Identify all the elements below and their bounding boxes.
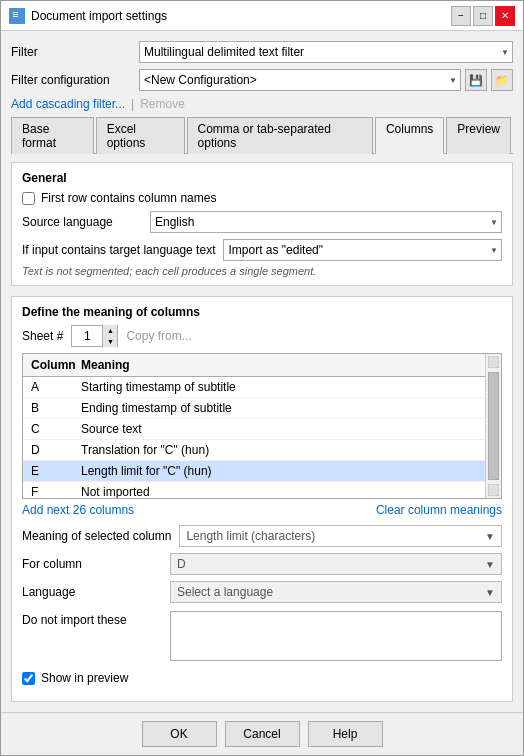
language-label: Language — [22, 585, 162, 599]
tab-base-format[interactable]: Base format — [11, 117, 94, 154]
language-arrow: ▼ — [485, 587, 495, 598]
show-preview-label: Show in preview — [41, 671, 128, 685]
tab-columns[interactable]: Columns — [375, 117, 444, 154]
toolbar-row: Add cascading filter... | Remove — [11, 97, 513, 111]
col-a: A — [23, 379, 73, 395]
remove-button: Remove — [140, 97, 185, 111]
filter-config-select[interactable]: <New Configuration> — [139, 69, 461, 91]
spinner-up[interactable]: ▲ — [103, 325, 117, 336]
tabs-row: Base format Excel options Comma or tab-s… — [11, 117, 513, 154]
copy-from-button: Copy from... — [126, 329, 191, 343]
table-scrollbar[interactable] — [485, 354, 501, 498]
open-config-button[interactable]: 📁 — [491, 69, 513, 91]
meaning-header: Meaning — [73, 356, 485, 374]
tab-excel-options[interactable]: Excel options — [96, 117, 185, 154]
save-config-button[interactable]: 💾 — [465, 69, 487, 91]
app-icon — [9, 8, 25, 24]
table-header: Column Meaning — [23, 354, 485, 377]
table-row[interactable]: D Translation for "C" (hun) — [23, 440, 485, 461]
footer: OK Cancel Help — [1, 712, 523, 755]
cancel-button[interactable]: Cancel — [225, 721, 300, 747]
language-control: Select a language ▼ — [170, 581, 502, 603]
meaning-selected-control: Length limit (characters) ▼ — [179, 525, 502, 547]
target-language-row: If input contains target language text I… — [22, 239, 502, 261]
define-section: Define the meaning of columns Sheet # ▲ … — [11, 296, 513, 702]
for-column-row: For column D ▼ — [22, 553, 502, 575]
table-body[interactable]: A Starting timestamp of subtitle B Endin… — [23, 377, 485, 498]
do-not-import-row: Do not import these — [22, 611, 502, 661]
source-language-row: Source language English — [22, 211, 502, 233]
toolbar-separator: | — [131, 97, 134, 111]
add-cascading-button[interactable]: Add cascading filter... — [11, 97, 125, 111]
table-row[interactable]: F Not imported — [23, 482, 485, 498]
target-language-select-wrapper: Import as "edited" — [223, 239, 502, 261]
clear-column-meanings-button[interactable]: Clear column meanings — [376, 503, 502, 517]
spinner-controls: ▲ ▼ — [102, 325, 117, 347]
sheet-input[interactable] — [72, 329, 102, 343]
close-button[interactable]: ✕ — [495, 6, 515, 26]
main-window: Document import settings − □ ✕ Filter Mu… — [0, 0, 524, 756]
spinner-down[interactable]: ▼ — [103, 336, 117, 347]
general-title: General — [22, 171, 502, 185]
filter-row: Filter Multilingual delimited text filte… — [11, 41, 513, 63]
meaning-e: Length limit for "C" (hun) — [73, 463, 485, 479]
filter-config-row: Filter configuration <New Configuration>… — [11, 69, 513, 91]
filter-label: Filter — [11, 45, 131, 59]
for-column-control: D ▼ — [170, 553, 502, 575]
meaning-b: Ending timestamp of subtitle — [73, 400, 485, 416]
meaning-selected-value: Length limit (characters) — [186, 529, 315, 543]
for-column-arrow: ▼ — [485, 559, 495, 570]
target-language-select[interactable]: Import as "edited" — [223, 239, 502, 261]
table-row[interactable]: B Ending timestamp of subtitle — [23, 398, 485, 419]
title-bar: Document import settings − □ ✕ — [1, 1, 523, 31]
general-section: General First row contains column names … — [11, 162, 513, 286]
language-value: Select a language — [177, 585, 273, 599]
segment-note: Text is not segmented; each cell produce… — [22, 265, 502, 277]
first-row-label: First row contains column names — [41, 191, 216, 205]
source-language-label: Source language — [22, 215, 142, 229]
filter-select-wrapper: Multilingual delimited text filter — [139, 41, 513, 63]
ok-button[interactable]: OK — [142, 721, 217, 747]
meaning-a: Starting timestamp of subtitle — [73, 379, 485, 395]
language-row: Language Select a language ▼ — [22, 581, 502, 603]
svg-rect-1 — [13, 12, 18, 13]
sheet-spinner: ▲ ▼ — [71, 325, 118, 347]
sheet-label: Sheet # — [22, 329, 63, 343]
tab-comma-separated[interactable]: Comma or tab-separated options — [187, 117, 373, 154]
source-language-select[interactable]: English — [150, 211, 502, 233]
col-e: E — [23, 463, 73, 479]
for-column-label: For column — [22, 557, 162, 571]
table-row-selected[interactable]: E Length limit for "C" (hun) — [23, 461, 485, 482]
meaning-f: Not imported — [73, 484, 485, 498]
title-bar-left: Document import settings — [9, 8, 167, 24]
filter-config-select-wrapper: <New Configuration> — [139, 69, 461, 91]
meaning-d: Translation for "C" (hun) — [73, 442, 485, 458]
table-row[interactable]: A Starting timestamp of subtitle — [23, 377, 485, 398]
define-title: Define the meaning of columns — [22, 305, 502, 319]
table-row[interactable]: C Source text — [23, 419, 485, 440]
filter-select[interactable]: Multilingual delimited text filter — [139, 41, 513, 63]
col-header: Column — [23, 356, 73, 374]
col-f: F — [23, 484, 73, 498]
maximize-button[interactable]: □ — [473, 6, 493, 26]
meaning-section: Meaning of selected column Length limit … — [22, 517, 502, 693]
window-title: Document import settings — [31, 9, 167, 23]
add-next-columns-button[interactable]: Add next 26 columns — [22, 503, 134, 517]
window-controls: − □ ✕ — [451, 6, 515, 26]
first-row-checkbox[interactable] — [22, 192, 35, 205]
col-d: D — [23, 442, 73, 458]
show-preview-checkbox[interactable] — [22, 672, 35, 685]
content-area: Filter Multilingual delimited text filte… — [1, 31, 523, 712]
tab-preview[interactable]: Preview — [446, 117, 511, 154]
meaning-c: Source text — [73, 421, 485, 437]
minimize-button[interactable]: − — [451, 6, 471, 26]
svg-rect-2 — [13, 14, 18, 15]
help-button[interactable]: Help — [308, 721, 383, 747]
source-language-select-wrapper: English — [150, 211, 502, 233]
first-row-row: First row contains column names — [22, 191, 502, 205]
meaning-selected-row: Meaning of selected column Length limit … — [22, 525, 502, 547]
col-c: C — [23, 421, 73, 437]
do-not-textarea[interactable] — [170, 611, 502, 661]
meaning-dropdown-arrow: ▼ — [485, 531, 495, 542]
sheet-row: Sheet # ▲ ▼ Copy from... — [22, 325, 502, 347]
